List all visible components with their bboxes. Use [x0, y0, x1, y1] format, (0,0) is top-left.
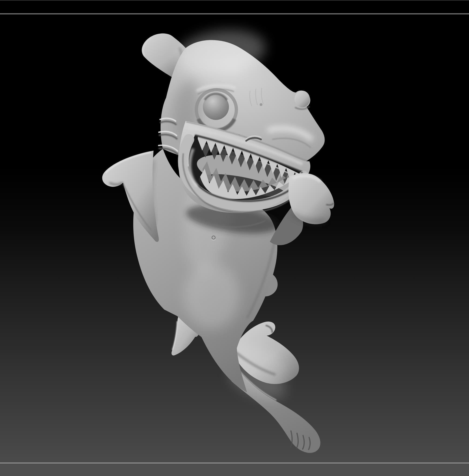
sculpt-app-window: [0, 0, 469, 476]
right-eye-bump: [295, 91, 310, 107]
lower-belly-sheen: [184, 264, 240, 329]
sculpt-viewport: [0, 0, 469, 476]
left-arm-fin: [102, 151, 159, 242]
head-dimple-dot: [260, 103, 262, 106]
shark-model[interactable]: [102, 30, 334, 453]
